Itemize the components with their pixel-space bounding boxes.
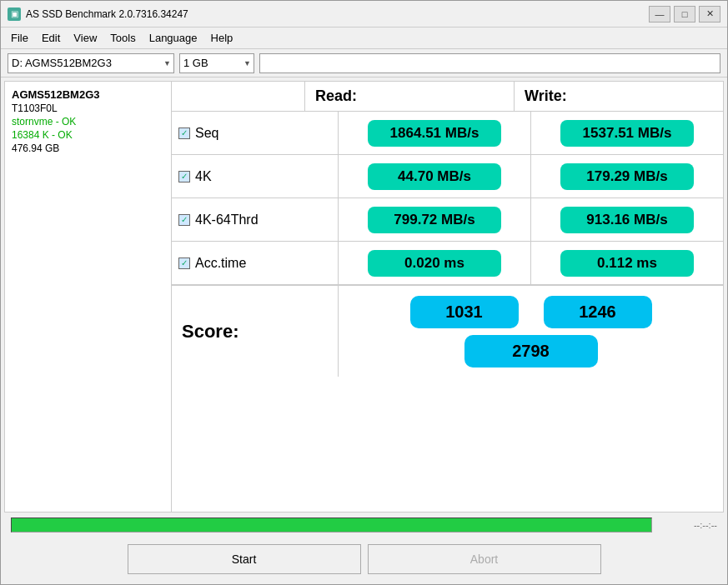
menu-bar: File Edit View Tools Language Help <box>1 28 727 49</box>
read-header: Read: <box>305 82 515 111</box>
progress-bar-container: --:--:-- <box>11 518 717 532</box>
progress-time: --:--:-- <box>659 520 717 530</box>
seq-write-cell: 1537.51 MB/s <box>531 112 723 154</box>
score-row: Score: 1031 1246 2798 <box>172 285 723 377</box>
title-bar-left: ▣ AS SSD Benchmark 2.0.7316.34247 <box>8 8 188 21</box>
driver-status: stornvme - OK <box>12 116 164 128</box>
4k-write-cell: 179.29 MB/s <box>531 155 723 198</box>
bottom-buttons: Start Abort <box>4 538 724 581</box>
4k64-write-value: 913.16 MB/s <box>560 207 694 233</box>
4k64-label-cell: ✓ 4K-64Thrd <box>172 198 339 241</box>
close-button[interactable]: ✕ <box>699 6 720 22</box>
main-window: ▣ AS SSD Benchmark 2.0.7316.34247 — □ ✕ … <box>0 0 728 585</box>
score-read-value: 1031 <box>410 296 519 328</box>
drive-name: AGMS512BM2G3 <box>12 88 164 101</box>
start-button[interactable]: Start <box>128 544 361 574</box>
menu-help[interactable]: Help <box>204 29 240 47</box>
menu-language[interactable]: Language <box>143 29 204 47</box>
4k-write-value: 179.29 MB/s <box>560 163 694 190</box>
score-results-cell: 1031 1246 2798 <box>339 286 723 377</box>
score-label-cell: Score: <box>172 286 339 377</box>
acctime-label: Acc.time <box>195 256 246 271</box>
write-header: Write: <box>515 82 723 111</box>
acctime-checkbox[interactable]: ✓ <box>178 258 190 269</box>
4k-checkbox[interactable]: ✓ <box>178 171 190 182</box>
bench-row-acctime: ✓ Acc.time 0.020 ms 0.112 ms <box>172 242 723 285</box>
progress-bar-fill <box>12 518 651 532</box>
menu-tools[interactable]: Tools <box>103 29 142 47</box>
seq-read-value: 1864.51 MB/s <box>368 120 501 147</box>
content-area: AGMS512BM2G3 T1103F0L stornvme - OK 1638… <box>1 78 727 584</box>
maximize-button[interactable]: □ <box>674 6 695 22</box>
score-top-row: 1031 1246 <box>345 296 716 328</box>
toolbar: D: AGMS512BM2G3 1 GB 2 GB 4 GB <box>1 49 727 78</box>
4k64-read-cell: 799.72 MB/s <box>339 198 531 241</box>
size-select-wrapper: 1 GB 2 GB 4 GB <box>179 53 254 73</box>
seq-label: Seq <box>195 126 218 141</box>
4k64-label: 4K-64Thrd <box>195 212 259 228</box>
app-icon: ▣ <box>8 8 21 21</box>
4k-read-cell: 44.70 MB/s <box>339 155 531 198</box>
4k-read-value: 44.70 MB/s <box>368 163 501 190</box>
minimize-button[interactable]: — <box>649 6 670 22</box>
info-panel: AGMS512BM2G3 T1103F0L stornvme - OK 1638… <box>5 82 172 512</box>
alignment-status: 16384 K - OK <box>12 129 164 141</box>
bench-row-4k: ✓ 4K 44.70 MB/s 179.29 MB/s <box>172 155 723 198</box>
4k64-checkbox[interactable]: ✓ <box>178 214 190 226</box>
seq-label-cell: ✓ Seq <box>172 112 339 154</box>
acctime-read-cell: 0.020 ms <box>339 242 531 284</box>
menu-file[interactable]: File <box>4 29 35 47</box>
bench-row-4k64: ✓ 4K-64Thrd 799.72 MB/s 913.16 MB/s <box>172 198 723 242</box>
window-title: AS SSD Benchmark 2.0.7316.34247 <box>26 8 188 20</box>
score-total-value: 2798 <box>464 335 598 368</box>
4k-label-cell: ✓ 4K <box>172 155 339 198</box>
acctime-write-cell: 0.112 ms <box>531 242 723 284</box>
size-select[interactable]: 1 GB 2 GB 4 GB <box>179 53 254 73</box>
results-panel: Read: Write: ✓ Seq 1864.51 MB/s 1537.51 … <box>172 82 723 512</box>
score-write-value: 1246 <box>544 296 652 328</box>
4k64-read-value: 799.72 MB/s <box>368 207 501 233</box>
results-header-spacer <box>172 82 305 111</box>
acctime-label-cell: ✓ Acc.time <box>172 242 339 284</box>
score-label: Score: <box>182 321 238 342</box>
acctime-write-value: 0.112 ms <box>560 250 694 277</box>
menu-edit[interactable]: Edit <box>35 29 67 47</box>
progress-bar-bg <box>11 518 652 532</box>
results-header: Read: Write: <box>172 82 723 112</box>
menu-view[interactable]: View <box>67 29 103 47</box>
abort-button[interactable]: Abort <box>368 544 601 574</box>
bench-row-seq: ✓ Seq 1864.51 MB/s 1537.51 MB/s <box>172 112 723 155</box>
drive-size: 476.94 GB <box>12 142 164 154</box>
seq-read-cell: 1864.51 MB/s <box>339 112 531 154</box>
drive-select[interactable]: D: AGMS512BM2G3 <box>8 53 174 73</box>
acctime-read-value: 0.020 ms <box>368 250 501 277</box>
4k64-write-cell: 913.16 MB/s <box>531 198 723 241</box>
title-bar: ▣ AS SSD Benchmark 2.0.7316.34247 — □ ✕ <box>1 1 727 28</box>
toolbar-input[interactable] <box>259 53 720 73</box>
drive-select-wrapper: D: AGMS512BM2G3 <box>8 53 174 73</box>
main-panel: AGMS512BM2G3 T1103F0L stornvme - OK 1638… <box>4 81 724 512</box>
seq-write-value: 1537.51 MB/s <box>560 120 694 147</box>
4k-label: 4K <box>195 169 212 184</box>
progress-area: --:--:-- <box>4 514 724 536</box>
seq-checkbox[interactable]: ✓ <box>178 128 190 139</box>
drive-model: T1103F0L <box>12 102 164 114</box>
title-controls: — □ ✕ <box>649 6 720 22</box>
